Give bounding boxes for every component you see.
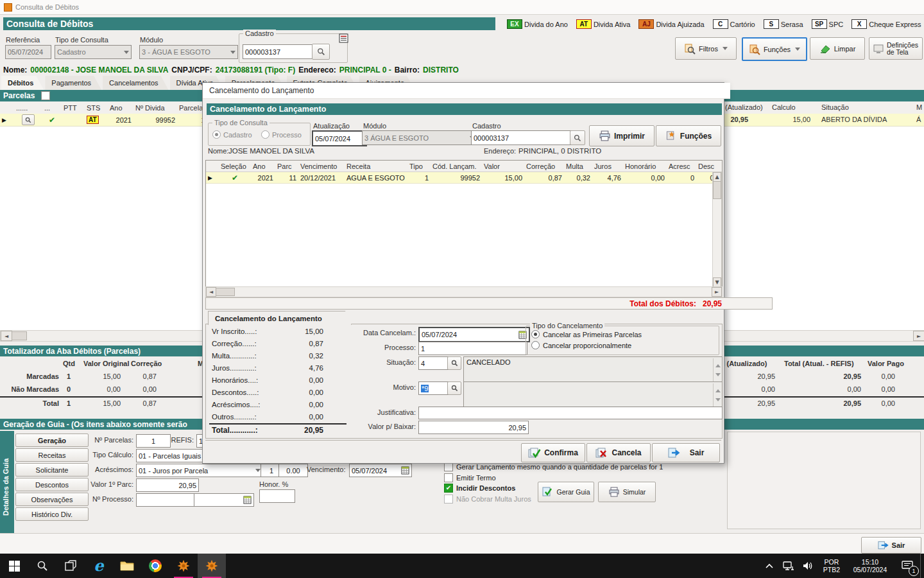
header-receita[interactable]: Receita	[345, 162, 407, 170]
network-tray-icon[interactable]	[779, 554, 798, 578]
app-window-1-button[interactable]	[169, 554, 198, 578]
main-sair-button[interactable]: Sair	[861, 537, 921, 554]
funcoes-button[interactable]: Funções	[742, 37, 807, 61]
valor-parcela-input[interactable]: 20,95	[136, 478, 199, 492]
cadastro-search-button[interactable]	[312, 44, 330, 60]
header-correcao[interactable]: Correção	[524, 162, 564, 170]
spin-up-icon[interactable]	[715, 362, 721, 367]
list-icon[interactable]	[339, 33, 348, 43]
filtros-button[interactable]: Filtros	[675, 37, 737, 60]
checkbox-icon[interactable]	[444, 495, 453, 504]
header-juros[interactable]: Juros	[592, 162, 623, 170]
referencia-input[interactable]: 05/07/2024	[5, 45, 51, 59]
header-acresc[interactable]: Acresc	[667, 162, 696, 170]
spinner[interactable]	[713, 383, 722, 407]
radio-proporcionalmente[interactable]: Cancelar proporcionalmente	[531, 341, 631, 349]
header-ano[interactable]: Ano	[251, 162, 275, 170]
header-multa[interactable]: Multa	[564, 162, 592, 170]
checkbox-icon[interactable]	[444, 473, 453, 482]
notification-center-button[interactable]: 1	[894, 554, 920, 578]
header-vencimento[interactable]: Vencimento	[298, 162, 345, 170]
definicoes-tela-button[interactable]: Definiçõesde Tela	[869, 37, 923, 60]
calendar-icon[interactable]	[243, 496, 252, 504]
radio-cadastro[interactable]: Cadastro	[212, 130, 252, 139]
dialog-grid-vscrollbar[interactable]: ▲ ▼	[712, 171, 722, 288]
tab-debitos[interactable]: Débitos	[1, 76, 44, 90]
spin-up-icon[interactable]	[715, 387, 721, 392]
scroll-up-icon[interactable]: ▲	[713, 172, 721, 182]
scroll-thumb[interactable]	[216, 288, 235, 296]
dialog-cadastro-input[interactable]: 000003137	[471, 130, 572, 145]
dialog-atualizacao-input[interactable]: 05/07/2024	[312, 130, 367, 146]
header-valor[interactable]: Valor	[482, 162, 524, 170]
taskbar-search-button[interactable]	[28, 554, 56, 578]
start-button[interactable]	[0, 554, 28, 578]
checkbox-icon[interactable]	[444, 462, 453, 471]
num-parcelas-input[interactable]: 1	[136, 434, 171, 448]
dialog-funcoes-button[interactable]: Funções	[656, 125, 721, 146]
header-tipo[interactable]: Tipo	[407, 162, 431, 170]
header-honorario[interactable]: Honorário	[623, 162, 667, 170]
spin-down-icon[interactable]	[715, 373, 721, 379]
scroll-thumb[interactable]	[12, 331, 27, 340]
confirma-button[interactable]: Confirma	[521, 443, 585, 462]
dialog-cadastro-search-button[interactable]	[570, 130, 585, 145]
dialog-modulo-select[interactable]: 3 ÁGUA E ESGOTO	[362, 130, 477, 145]
spinner[interactable]	[713, 358, 722, 382]
tab-cancelamentos[interactable]: Cancelamentos	[103, 76, 168, 90]
dialog-imprimir-button[interactable]: Imprimir	[589, 125, 654, 146]
header-cod-lancam[interactable]: Cód. Lançam.	[431, 162, 482, 170]
check-gerar-lancamento[interactable]: Gerar Lançamento mesmo quando a quantida…	[444, 462, 663, 471]
vencimento-input[interactable]: 05/07/2024	[349, 464, 412, 477]
motivo-search-button[interactable]	[447, 381, 461, 395]
honor-input[interactable]	[259, 489, 295, 503]
dialog-grid-row[interactable]: ▶ ✔ 2021 11 20/12/2021 AGUA E ESGOTO 1 9…	[206, 172, 722, 184]
scroll-thumb[interactable]	[713, 181, 721, 199]
dialog-sair-button[interactable]: Sair	[652, 443, 720, 462]
check-emitir-termo[interactable]: Emitir Termo	[444, 473, 496, 482]
app-window-2-button[interactable]	[198, 554, 226, 578]
header-situacao[interactable]: Situação	[821, 103, 849, 111]
tipo-consulta-select[interactable]: Cadastro	[55, 45, 132, 59]
radio-processo[interactable]: Processo	[261, 130, 302, 139]
show-desktop-button[interactable]	[920, 554, 924, 578]
header-ano[interactable]: Ano	[108, 104, 133, 112]
cancela-button[interactable]: Cancela	[586, 443, 651, 462]
scroll-right-icon[interactable]: ►	[712, 287, 722, 297]
num-processo-input[interactable]	[136, 493, 198, 507]
processo-data-input[interactable]	[194, 493, 254, 507]
dialog-grid-hscrollbar[interactable]: ◄ ►	[205, 286, 723, 297]
header-dots3[interactable]: ...	[42, 104, 62, 112]
chrome-button[interactable]	[141, 554, 169, 578]
header-selecao[interactable]: Seleção	[219, 162, 251, 170]
cadastro-input[interactable]: 000003137	[243, 44, 314, 59]
nav-historico-button[interactable]: Histórico Div.	[15, 507, 89, 521]
radio-primeiras-parcelas[interactable]: Cancelar as Primeiras Parcelas	[531, 330, 642, 338]
acrescimo-valor2-input[interactable]: 0.00	[278, 464, 308, 477]
header-ptt[interactable]: PTT	[62, 104, 85, 112]
gerar-guia-button[interactable]: Gerar Guia	[538, 482, 594, 502]
ie-button[interactable]: e	[85, 554, 113, 578]
calendar-icon[interactable]	[401, 466, 409, 475]
header-sts[interactable]: STS	[85, 104, 108, 112]
tab-pagamentos[interactable]: Pagamentos	[45, 76, 101, 90]
valor-baixar-input[interactable]: 20,95	[418, 421, 529, 434]
header-parc[interactable]: Parc	[275, 162, 298, 170]
checkbox-checked-icon[interactable]: ✔	[444, 484, 453, 493]
situacao-search-button[interactable]	[447, 356, 461, 370]
parcelas-checkbox[interactable]	[41, 91, 50, 100]
situacao-input[interactable]: 4	[418, 356, 450, 370]
motivo-desc-box[interactable]	[463, 381, 723, 408]
header-dots6[interactable]: ......	[14, 104, 42, 112]
header-calculo[interactable]: Calculo	[772, 103, 796, 111]
check-incidir-descontos[interactable]: ✔Incidir Descontos	[444, 484, 515, 493]
tray-expand-button[interactable]	[760, 554, 779, 578]
data-cancelam-input[interactable]: 05/07/2024	[418, 327, 530, 342]
processo-input[interactable]: 1	[418, 342, 527, 355]
acrescimos-select[interactable]: 01 - Juros por Parcela	[136, 464, 263, 477]
cancelamento-tab[interactable]: Cancelamento do Lançamento	[208, 311, 352, 325]
scroll-right-icon[interactable]: ►	[913, 331, 924, 341]
justificativa-input[interactable]	[418, 407, 723, 419]
file-explorer-button[interactable]	[113, 554, 141, 578]
motivo-input[interactable]: *9	[418, 381, 450, 395]
